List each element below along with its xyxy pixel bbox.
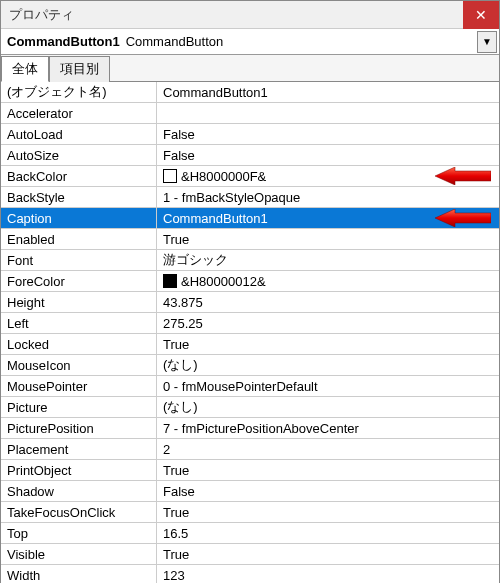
property-row[interactable]: AutoLoadFalse [1,124,499,145]
property-value-text: &H80000012& [181,274,266,289]
property-name: (オブジェクト名) [1,82,157,102]
property-value[interactable]: False [157,484,499,499]
property-value[interactable]: True [157,232,499,247]
property-name: Shadow [1,481,157,501]
window-title: プロパティ [1,6,463,24]
property-row[interactable]: Picture(なし) [1,397,499,418]
property-row[interactable]: VisibleTrue [1,544,499,565]
property-row[interactable]: Font游ゴシック [1,250,499,271]
property-row[interactable]: MouseIcon(なし) [1,355,499,376]
property-name: AutoSize [1,145,157,165]
property-name: Locked [1,334,157,354]
property-value[interactable]: True [157,337,499,352]
property-row[interactable]: Placement2 [1,439,499,460]
property-value[interactable]: 7 - fmPicturePositionAboveCenter [157,421,499,436]
property-name: Enabled [1,229,157,249]
property-value-text: True [163,232,189,247]
color-swatch [163,169,177,183]
property-value[interactable]: &H80000012& [157,274,499,289]
property-value-text: 0 - fmMousePointerDefault [163,379,318,394]
titlebar: プロパティ ✕ [1,1,499,29]
property-value[interactable]: True [157,463,499,478]
property-row[interactable]: (オブジェクト名)CommandButton1 [1,82,499,103]
property-value[interactable]: True [157,547,499,562]
property-value[interactable]: False [157,127,499,142]
property-name: Width [1,565,157,583]
object-name: CommandButton1 [1,34,126,49]
property-row[interactable]: PrintObjectTrue [1,460,499,481]
object-type: CommandButton [126,34,477,49]
property-row[interactable]: Left275.25 [1,313,499,334]
tabs: 全体 項目別 [1,55,499,82]
property-value-text: False [163,484,195,499]
object-selector[interactable]: CommandButton1 CommandButton ▼ [1,29,499,55]
chevron-down-icon: ▼ [482,36,492,47]
property-value[interactable]: (なし) [157,356,499,374]
property-value[interactable]: &H8000000F& [157,169,499,184]
property-value-text: 123 [163,568,185,583]
property-name: Left [1,313,157,333]
property-value[interactable]: 游ゴシック [157,251,499,269]
property-value-text: False [163,148,195,163]
close-icon: ✕ [475,7,487,23]
tab-all[interactable]: 全体 [1,56,49,82]
property-value-text: &H8000000F& [181,169,266,184]
property-row[interactable]: BackStyle1 - fmBackStyleOpaque [1,187,499,208]
property-value-text: (なし) [163,398,198,416]
property-value-text: 16.5 [163,526,188,541]
property-value[interactable]: 0 - fmMousePointerDefault [157,379,499,394]
property-row[interactable]: LockedTrue [1,334,499,355]
property-row[interactable]: BackColor&H8000000F& [1,166,499,187]
property-name: MouseIcon [1,355,157,375]
property-name: BackStyle [1,187,157,207]
property-value-text: 1 - fmBackStyleOpaque [163,190,300,205]
property-value-text: 275.25 [163,316,203,331]
property-value[interactable]: 2 [157,442,499,457]
property-row[interactable]: Height43.875 [1,292,499,313]
property-name: PrintObject [1,460,157,480]
property-value-text: CommandButton1 [163,85,268,100]
property-value[interactable]: True [157,505,499,520]
property-value-text: CommandButton1 [163,211,268,226]
property-value[interactable]: (なし) [157,398,499,416]
property-row[interactable]: PicturePosition7 - fmPicturePositionAbov… [1,418,499,439]
property-value[interactable]: 123 [157,568,499,583]
property-value[interactable]: 16.5 [157,526,499,541]
property-name: AutoLoad [1,124,157,144]
property-row[interactable]: ForeColor&H80000012& [1,271,499,292]
property-name: ForeColor [1,271,157,291]
property-value-text: 7 - fmPicturePositionAboveCenter [163,421,359,436]
property-value-text: True [163,547,189,562]
property-value[interactable]: CommandButton1 [157,85,499,100]
property-row[interactable]: CaptionCommandButton1 [1,208,499,229]
property-row[interactable]: Top16.5 [1,523,499,544]
property-name: Font [1,250,157,270]
property-row[interactable]: EnabledTrue [1,229,499,250]
property-name: Height [1,292,157,312]
tab-categorized[interactable]: 項目別 [49,56,110,82]
property-value-text: 游ゴシック [163,251,228,269]
property-name: Picture [1,397,157,417]
property-row[interactable]: MousePointer0 - fmMousePointerDefault [1,376,499,397]
property-name: BackColor [1,166,157,186]
property-value[interactable]: CommandButton1 [157,211,499,226]
property-value-text: 2 [163,442,170,457]
property-name: Top [1,523,157,543]
property-value[interactable]: 43.875 [157,295,499,310]
property-name: PicturePosition [1,418,157,438]
property-value[interactable]: 1 - fmBackStyleOpaque [157,190,499,205]
property-grid: (オブジェクト名)CommandButton1AcceleratorAutoLo… [1,82,499,583]
property-value[interactable]: 275.25 [157,316,499,331]
property-value-text: True [163,505,189,520]
property-row[interactable]: Width123 [1,565,499,583]
property-value-text: 43.875 [163,295,203,310]
property-row[interactable]: ShadowFalse [1,481,499,502]
property-row[interactable]: AutoSizeFalse [1,145,499,166]
property-value-text: True [163,463,189,478]
object-dropdown-button[interactable]: ▼ [477,31,497,53]
property-row[interactable]: Accelerator [1,103,499,124]
property-value[interactable]: False [157,148,499,163]
close-button[interactable]: ✕ [463,1,499,29]
property-row[interactable]: TakeFocusOnClickTrue [1,502,499,523]
property-value-text: True [163,337,189,352]
